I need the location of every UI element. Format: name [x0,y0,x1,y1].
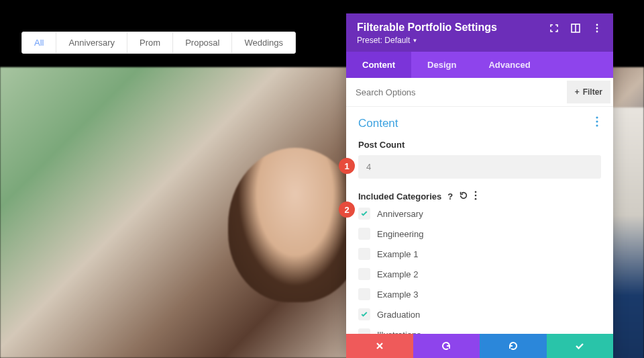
callout-badge-1: 1 [339,158,355,174]
tab-design[interactable]: Design [411,52,472,78]
checkbox-unchecked-icon [358,288,370,300]
category-label: Graduation [377,310,420,320]
category-label: Anniversary [377,209,423,219]
more-vertical-icon[interactable] [474,191,477,202]
category-list: Anniversary Engineering Example 1 Exampl… [358,208,601,334]
checkbox-unchecked-icon [358,248,370,260]
included-categories-label: Included Categories ? [358,191,601,202]
category-label: Engineering [377,229,423,239]
search-options-input[interactable] [346,80,564,105]
filter-tab-weddings[interactable]: Weddings [232,32,295,53]
svg-point-10 [475,198,477,200]
category-item-example-3[interactable]: Example 3 [358,288,601,300]
filter-tab-all[interactable]: All [22,32,56,53]
category-label: Illustrations [377,330,421,334]
panel-body[interactable]: Content Post Count Included Categories ? [346,107,613,334]
category-item-illustrations[interactable]: Illustrations [358,328,601,334]
search-row: + Filter [346,78,613,107]
tab-content[interactable]: Content [346,52,411,78]
checkbox-unchecked-icon [358,268,370,280]
checkbox-unchecked-icon [358,228,370,240]
category-item-anniversary[interactable]: Anniversary [358,208,601,220]
callout-badge-2: 2 [339,202,355,218]
settings-panel: Filterable Portfolio Settings Preset: De… [346,13,613,358]
help-icon[interactable]: ? [447,191,453,202]
category-label: Example 1 [377,249,418,259]
columns-icon[interactable] [570,23,581,34]
panel-tabs: Content Design Advanced [346,52,613,78]
checkbox-checked-icon [358,208,370,220]
post-count-input[interactable] [358,155,601,179]
category-item-example-1[interactable]: Example 1 [358,248,601,260]
category-label: Example 3 [377,289,418,300]
svg-point-3 [596,28,598,30]
section-menu-icon[interactable] [593,116,601,130]
filter-button[interactable]: + Filter [567,81,610,103]
expand-icon[interactable] [549,23,559,34]
post-count-label: Post Count [358,140,601,150]
svg-point-5 [596,116,598,118]
panel-footer [346,334,613,358]
preset-dropdown[interactable]: Preset: Default ▼ [357,36,549,45]
category-label: Example 2 [377,269,418,279]
category-item-graduation[interactable]: Graduation [358,308,601,320]
svg-point-7 [596,124,598,126]
caret-down-icon: ▼ [412,38,417,44]
reset-icon[interactable] [459,191,468,202]
redo-button[interactable] [480,334,547,358]
svg-point-8 [475,191,477,193]
undo-button[interactable] [413,334,480,358]
svg-point-6 [596,120,598,122]
category-item-example-2[interactable]: Example 2 [358,268,601,280]
plus-icon: + [575,87,580,97]
category-item-engineering[interactable]: Engineering [358,228,601,240]
filter-tab-proposal[interactable]: Proposal [173,32,232,53]
tab-advanced[interactable]: Advanced [472,52,546,78]
svg-point-2 [596,24,598,26]
portfolio-filter-tabs: All Anniversary Prom Proposal Weddings [21,32,296,54]
filter-button-label: Filter [583,87,602,97]
checkbox-unchecked-icon [358,328,370,334]
filter-tab-anniversary[interactable]: Anniversary [56,32,127,53]
section-title-content: Content [358,117,593,130]
preset-label: Preset: Default [357,36,410,45]
more-vertical-icon[interactable] [592,23,602,34]
filter-tab-prom[interactable]: Prom [127,32,173,53]
panel-header: Filterable Portfolio Settings Preset: De… [346,13,613,52]
panel-title: Filterable Portfolio Settings [357,21,549,34]
svg-point-4 [596,31,598,33]
checkbox-checked-icon [358,308,370,320]
svg-point-9 [475,195,477,197]
save-button[interactable] [547,334,614,358]
cancel-button[interactable] [346,334,413,358]
